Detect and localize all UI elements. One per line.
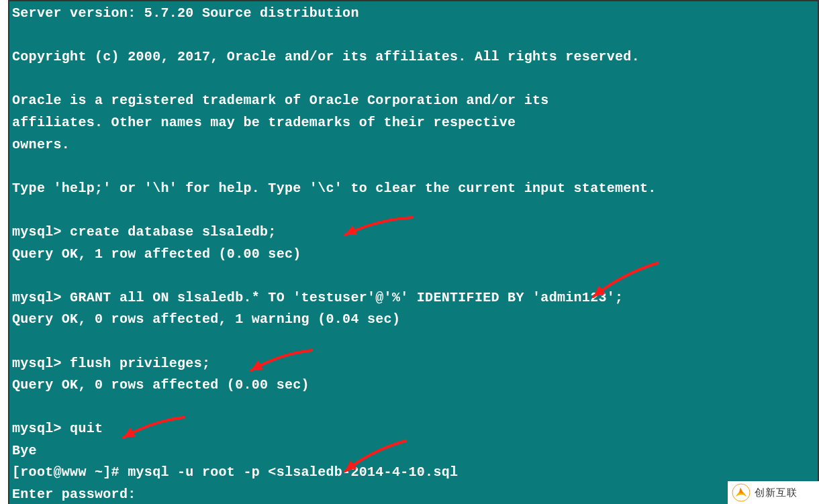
terminal-line: Query OK, 1 row affected (0.00 sec) (12, 244, 818, 266)
terminal-line: Bye (12, 440, 818, 462)
terminal-line (12, 199, 818, 221)
left-gutter (0, 0, 8, 504)
terminal-line: Enter password: (12, 484, 818, 504)
terminal-line: mysql> create database slsaledb; (12, 221, 818, 244)
terminal-line: affiliates. Other names may be trademark… (12, 112, 818, 134)
terminal-line (12, 397, 818, 419)
terminal-line: Query OK, 0 rows affected (0.00 sec) (12, 374, 818, 397)
watermark-text: 创新互联 (755, 487, 798, 499)
terminal-line: mysql> GRANT all ON slsaledb.* TO 'testu… (12, 287, 818, 309)
terminal-line (12, 68, 818, 91)
terminal-line: Oracle is a registered trademark of Orac… (12, 90, 818, 112)
terminal-line: owners. (12, 134, 818, 156)
terminal-line: Type 'help;' or '\h' for help. Type '\c'… (12, 178, 818, 200)
terminal-line (12, 25, 818, 47)
screenshot-root: Server version: 5.7.20 Source distributi… (0, 0, 819, 504)
terminal-line: mysql> quit (12, 418, 818, 440)
terminal-line: Server version: 5.7.20 Source distributi… (12, 3, 818, 25)
terminal-line: [root@www ~]# mysql -u root -p <slsaledb… (12, 462, 818, 484)
terminal-line (12, 156, 818, 178)
terminal-line: Query OK, 0 rows affected, 1 warning (0.… (12, 309, 818, 331)
terminal-line: Copyright (c) 2000, 2017, Oracle and/or … (12, 46, 818, 68)
terminal-line (12, 265, 818, 287)
cx-logo-icon (732, 483, 751, 502)
terminal-line (12, 331, 818, 353)
terminal-output: Server version: 5.7.20 Source distributi… (9, 1, 818, 504)
terminal-line: mysql> flush privileges; (12, 353, 818, 375)
watermark: 创新互联 (728, 481, 819, 504)
